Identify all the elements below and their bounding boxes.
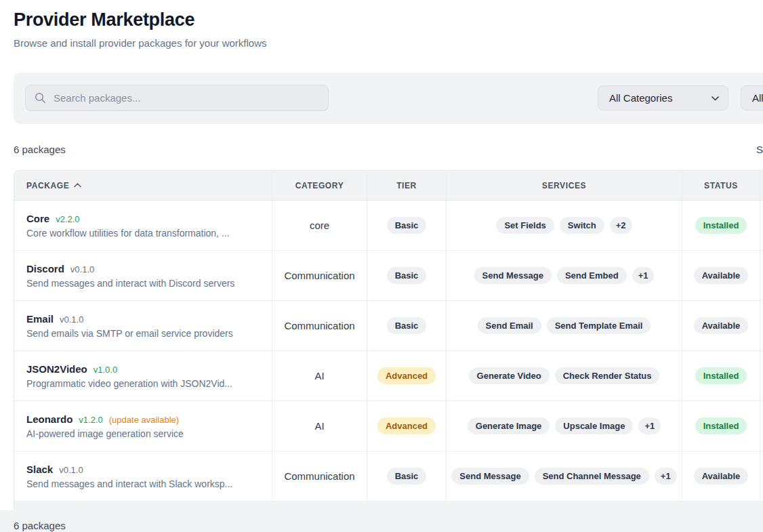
package-version: v2.2.0 <box>56 214 79 224</box>
update-available-note: (update available) <box>109 415 179 425</box>
service-badge: Send Embed <box>557 267 627 284</box>
column-header-package[interactable]: PACKAGE <box>14 171 272 200</box>
package-category: Communication <box>272 301 367 350</box>
package-name: Discord <box>26 263 64 274</box>
category-select-value: All Categories <box>609 92 672 104</box>
secondary-filter-select[interactable]: All <box>741 85 763 110</box>
table-row-json2video[interactable]: JSON2Video v1.0.0 Programmatic video gen… <box>14 351 763 401</box>
package-count-top: 6 packages <box>14 144 66 155</box>
package-name: Core <box>26 213 49 224</box>
more-services-badge: +1 <box>638 417 661 434</box>
status-badge: Available <box>694 317 749 334</box>
table-header-row: PACKAGE CATEGORY TIER SERVICES STATUS <box>14 171 763 201</box>
service-badge: Upscale Image <box>555 417 633 434</box>
package-description: AI-powered image generation service <box>26 428 184 439</box>
column-header-extra <box>760 171 763 200</box>
tier-badge: Basic <box>387 217 427 234</box>
table-row-slack[interactable]: Slack v0.1.0 Send messages and interact … <box>14 451 763 502</box>
package-description: Core workflow utilities for data transfo… <box>26 228 230 239</box>
service-badge: Set Fields <box>496 217 554 234</box>
search-box[interactable] <box>25 85 329 111</box>
package-description: Send messages and interact with Slack wo… <box>26 478 232 489</box>
tier-badge: Advanced <box>377 417 436 434</box>
package-version: v0.1.0 <box>60 314 83 325</box>
service-badge: Generate Image <box>468 417 550 434</box>
column-header-package-label: PACKAGE <box>26 181 69 190</box>
status-badge: Installed <box>695 217 747 234</box>
bottom-section: 6 packages <box>0 510 763 532</box>
status-badge: Available <box>694 267 749 284</box>
more-services-badge: +1 <box>632 267 655 284</box>
more-services-badge: +1 <box>655 468 677 485</box>
package-name: JSON2Video <box>26 363 87 375</box>
sort-ascending-icon <box>74 183 81 188</box>
table-row-leonardo[interactable]: Leonardo v1.2.0 (update available) AI-po… <box>14 401 763 451</box>
service-badge: Generate Video <box>469 367 550 384</box>
service-badge: Switch <box>560 217 604 234</box>
package-version: v0.1.0 <box>59 465 83 475</box>
table-row-core[interactable]: Core v2.2.0 Core workflow utilities for … <box>14 201 763 251</box>
service-badge: Send Template Email <box>547 317 651 334</box>
secondary-filter-value: All <box>752 92 763 104</box>
status-badge: Installed <box>695 417 747 434</box>
column-header-category[interactable]: CATEGORY <box>272 171 367 200</box>
column-header-status[interactable]: STATUS <box>682 171 760 200</box>
package-version: v0.1.0 <box>70 264 94 274</box>
package-description: Send emails via SMTP or email service pr… <box>26 328 233 339</box>
column-header-services[interactable]: SERVICES <box>446 171 682 200</box>
status-badge: Installed <box>695 367 747 384</box>
package-category: AI <box>272 351 367 401</box>
package-description: Send messages and interact with Discord … <box>26 278 234 289</box>
package-version: v1.0.0 <box>94 365 117 375</box>
status-badge: Available <box>694 468 749 485</box>
service-badge: Check Render Status <box>555 367 660 384</box>
page-subtitle: Browse and install provider packages for… <box>14 37 267 49</box>
filter-panel: All Categories All <box>14 73 763 124</box>
service-badge: Send Channel Message <box>535 468 649 485</box>
package-name: Email <box>26 313 54 325</box>
sort-label-fragment: S <box>756 144 763 155</box>
tier-badge: Basic <box>387 317 427 334</box>
package-category: core <box>272 201 367 250</box>
package-name: Leonardo <box>26 413 73 425</box>
tier-badge: Basic <box>387 468 427 485</box>
tier-badge: Basic <box>387 267 427 284</box>
table-row-email[interactable]: Email v0.1.0 Send emails via SMTP or ema… <box>14 301 763 351</box>
category-select[interactable]: All Categories <box>598 85 728 110</box>
package-category: AI <box>272 401 367 451</box>
package-description: Programmatic video generation with JSON2… <box>26 378 232 389</box>
provider-marketplace-page: Provider Marketplace Browse and install … <box>0 0 763 532</box>
more-services-badge: +2 <box>610 217 632 234</box>
package-category: Communication <box>272 251 367 300</box>
service-badge: Send Message <box>474 267 552 284</box>
column-header-tier[interactable]: TIER <box>367 171 446 200</box>
search-input[interactable] <box>52 91 312 104</box>
service-badge: Send Email <box>478 317 541 334</box>
service-badge: Send Message <box>451 468 529 485</box>
table-row-discord[interactable]: Discord v0.1.0 Send messages and interac… <box>14 251 763 301</box>
package-category: Communication <box>272 451 367 501</box>
chevron-down-icon <box>712 96 719 101</box>
package-name: Slack <box>26 464 53 475</box>
tier-badge: Advanced <box>377 367 436 384</box>
search-icon <box>35 92 46 104</box>
page-title: Provider Marketplace <box>14 9 194 30</box>
package-version: v1.2.0 <box>79 415 102 425</box>
package-count-bottom: 6 packages <box>14 520 66 531</box>
packages-table: PACKAGE CATEGORY TIER SERVICES STATUS Co… <box>14 170 763 514</box>
